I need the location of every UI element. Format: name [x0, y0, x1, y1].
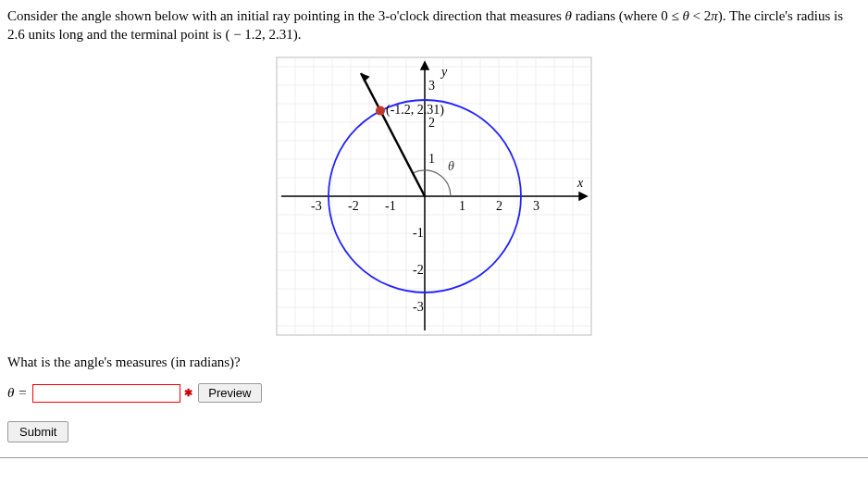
y-axis-label: y	[440, 65, 448, 79]
pi-symbol: π	[711, 8, 718, 23]
problem-statement: Consider the angle shown below with an i…	[7, 7, 861, 44]
graph-container: -3 -2 -1 1 2 3 3 2 1 -1 -2 -3 x y θ	[7, 53, 861, 343]
x-tick-neg1: -1	[385, 199, 396, 213]
x-tick-1: 1	[459, 199, 465, 213]
terminal-point-label: (-1.2, 2.31)	[386, 103, 444, 118]
y-tick-1: 1	[428, 152, 435, 166]
x-tick-neg2: -2	[348, 199, 359, 213]
theta-symbol-2: θ	[682, 8, 688, 23]
answer-input-row: θ = ✱ Preview	[7, 383, 861, 403]
problem-text-1: Consider the angle shown below with an i…	[7, 8, 565, 23]
y-tick-neg2: -2	[413, 263, 424, 277]
x-axis-label: x	[577, 176, 584, 190]
question-text: What is the angle's measures (in radians…	[7, 355, 861, 370]
submit-button[interactable]: Submit	[7, 421, 68, 442]
angle-graph: -3 -2 -1 1 2 3 3 2 1 -1 -2 -3 x y θ	[249, 53, 619, 340]
required-marker-icon: ✱	[184, 387, 192, 399]
problem-text-3: < 2	[689, 8, 711, 23]
theta-symbol: θ	[565, 8, 572, 23]
x-tick-3: 3	[533, 199, 539, 213]
theta-equals-label: θ =	[7, 385, 27, 401]
y-tick-neg3: -3	[413, 300, 424, 314]
x-tick-neg3: -3	[311, 199, 322, 213]
theta-label: θ	[448, 159, 454, 173]
preview-button[interactable]: Preview	[198, 383, 261, 403]
y-tick-2: 2	[428, 116, 435, 130]
svg-marker-35	[421, 62, 428, 69]
submit-row: Submit	[7, 421, 861, 450]
svg-marker-33	[579, 193, 587, 200]
answer-input[interactable]	[32, 384, 180, 403]
y-tick-neg1: -1	[413, 226, 424, 240]
problem-text-2: radians (where 0 ≤	[572, 8, 682, 23]
y-tick-3: 3	[428, 79, 435, 93]
terminal-point	[376, 106, 385, 116]
x-tick-2: 2	[496, 199, 502, 213]
